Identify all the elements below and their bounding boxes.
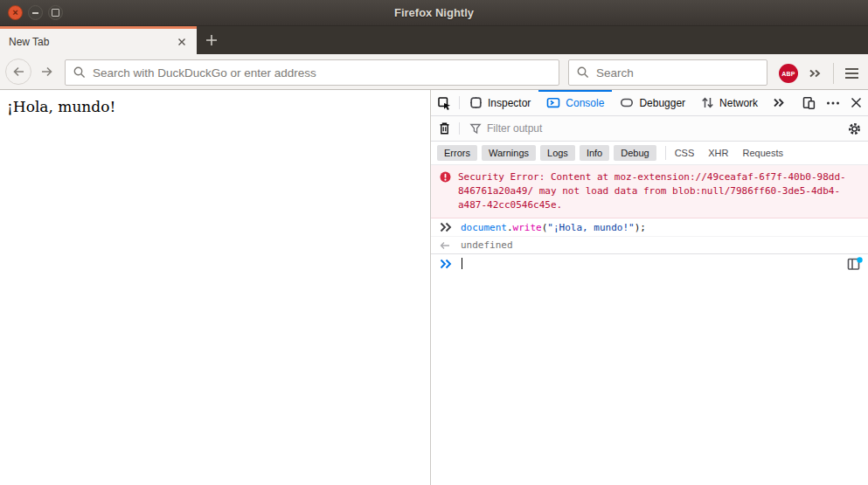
- window-minimize-button[interactable]: [28, 5, 43, 20]
- result-arrow-icon: [440, 241, 461, 250]
- console-output: Security Error: Content at moz-extension…: [431, 165, 868, 273]
- filter-funnel-icon: [469, 122, 482, 135]
- forward-arrow-icon: [39, 65, 54, 79]
- responsive-design-mode-button[interactable]: [797, 96, 821, 110]
- console-result-row[interactable]: undefined: [431, 237, 868, 254]
- search-input[interactable]: [596, 66, 760, 80]
- filter-category-css[interactable]: CSS: [675, 148, 695, 158]
- devtools-toolbar: Inspector Console Debugger Network: [431, 90, 868, 116]
- double-chevron-icon: [808, 66, 823, 80]
- window-title: Firefox Nightly: [0, 6, 868, 19]
- search-icon: [576, 66, 590, 80]
- text-cursor: [462, 258, 462, 269]
- tab-label: Inspector: [488, 97, 531, 109]
- app-menu-button[interactable]: [840, 62, 863, 85]
- console-error-message[interactable]: Security Error: Content at moz-extension…: [431, 165, 868, 218]
- inspector-icon: [469, 96, 483, 109]
- url-bar[interactable]: [65, 59, 559, 86]
- tab-label: Network: [719, 97, 758, 109]
- pick-element-button[interactable]: [431, 90, 457, 115]
- filter-category-requests[interactable]: Requests: [743, 148, 783, 158]
- plus-icon: [205, 33, 219, 47]
- responsive-design-icon: [802, 96, 816, 110]
- command-prompt-icon: [440, 222, 461, 232]
- result-value: undefined: [461, 239, 513, 251]
- filter-output-input[interactable]: [487, 122, 840, 135]
- tab-bar: New Tab: [0, 26, 868, 54]
- trash-icon: [438, 121, 451, 135]
- console-input-row[interactable]: [431, 254, 868, 273]
- tab-close-icon[interactable]: [174, 34, 190, 50]
- page-body-text: ¡Hola, mundo!: [7, 98, 115, 115]
- tab-label: Console: [566, 97, 604, 109]
- toolbar-separator: [459, 122, 460, 135]
- filter-button-info[interactable]: Info: [580, 145, 609, 161]
- devtools-close-button[interactable]: [844, 97, 868, 108]
- window-controls: ×: [8, 5, 63, 20]
- filter-button-errors[interactable]: Errors: [437, 145, 477, 161]
- console-filter-toolbar: [431, 116, 868, 142]
- console-settings-button[interactable]: [840, 116, 868, 141]
- web-page: ¡Hola, mundo!: [0, 90, 430, 485]
- browser-tab-new-tab[interactable]: New Tab: [0, 26, 197, 54]
- toolbar-separator: [459, 96, 460, 109]
- devtools-meatball-menu-button[interactable]: [821, 96, 844, 110]
- back-button[interactable]: [5, 59, 31, 85]
- search-icon: [73, 66, 87, 80]
- error-message-text: Security Error: Content at moz-extension…: [458, 170, 861, 212]
- toolbar-overflow-button[interactable]: [804, 62, 827, 85]
- window-close-button[interactable]: ×: [8, 5, 23, 20]
- devtools-toolbar-right: [797, 90, 868, 115]
- filter-category-xhr[interactable]: XHR: [708, 148, 728, 158]
- filter-button-warnings[interactable]: Warnings: [482, 145, 536, 161]
- content-area: ¡Hola, mundo! Inspector Console: [0, 90, 868, 485]
- title-bar: × Firefox Nightly: [0, 0, 868, 26]
- double-chevron-icon: [772, 96, 787, 109]
- tab-title: New Tab: [9, 36, 174, 48]
- devtools-panel: Inspector Console Debugger Network: [430, 90, 868, 485]
- pick-element-icon: [437, 96, 451, 110]
- devtools-tab-debugger[interactable]: Debugger: [612, 90, 693, 115]
- window-maximize-button[interactable]: [48, 5, 63, 20]
- adblock-plus-extension-icon[interactable]: ABP: [779, 64, 798, 83]
- filter-output-field[interactable]: [462, 116, 840, 141]
- devtools-tab-network[interactable]: Network: [693, 90, 766, 115]
- navigation-toolbar: ABP: [0, 54, 868, 90]
- filter-button-debug[interactable]: Debug: [614, 145, 656, 161]
- toolbar-separator: [833, 63, 834, 84]
- clear-console-button[interactable]: [431, 116, 457, 141]
- debugger-icon: [620, 96, 634, 109]
- notification-dot: [857, 257, 862, 262]
- filter-separator: [665, 146, 666, 160]
- console-filter-buttons: Errors Warnings Logs Info Debug CSS XHR …: [431, 142, 868, 165]
- tab-label: Debugger: [639, 97, 685, 109]
- console-echo-code: document.write("¡Hola, mundo!");: [461, 222, 646, 233]
- browser-window: × Firefox Nightly New Tab: [0, 0, 868, 485]
- back-arrow-icon: [11, 65, 26, 79]
- url-input[interactable]: [93, 66, 552, 80]
- network-icon: [701, 96, 714, 109]
- console-command-echo[interactable]: document.write("¡Hola, mundo!");: [431, 218, 868, 237]
- devtools-tab-console[interactable]: Console: [538, 90, 612, 115]
- close-icon: [851, 97, 862, 108]
- error-icon: [440, 171, 451, 183]
- meatball-menu-icon: [826, 96, 840, 110]
- console-editor-toggle-button[interactable]: [847, 257, 863, 274]
- new-tab-button[interactable]: [200, 30, 223, 51]
- gear-icon: [847, 121, 862, 136]
- forward-button[interactable]: [35, 60, 58, 83]
- filter-button-logs[interactable]: Logs: [540, 145, 575, 161]
- devtools-more-tabs-button[interactable]: [766, 90, 792, 115]
- input-prompt-icon: [440, 259, 461, 269]
- devtools-tab-inspector[interactable]: Inspector: [462, 90, 538, 115]
- console-icon: [546, 96, 560, 109]
- search-bar[interactable]: [568, 59, 767, 86]
